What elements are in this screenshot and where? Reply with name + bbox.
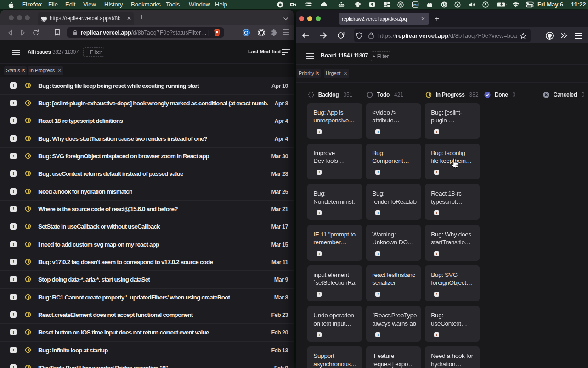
svg-text:29: 29 (413, 3, 418, 7)
